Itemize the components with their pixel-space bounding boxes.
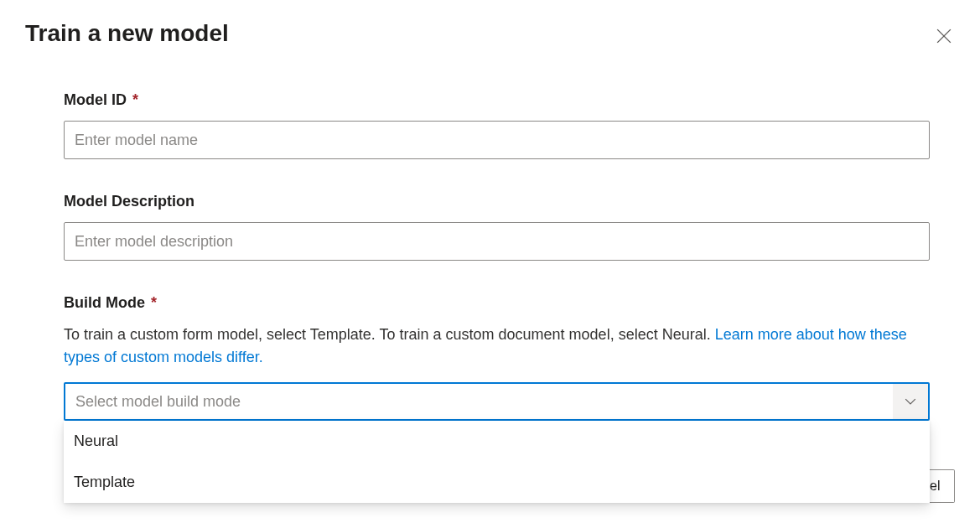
build-mode-label-text: Build Mode xyxy=(64,294,145,311)
model-description-field: Model Description xyxy=(64,193,930,261)
dropdown-option-template[interactable]: Template xyxy=(64,462,930,503)
model-description-input[interactable] xyxy=(64,222,930,261)
model-id-field: Model ID * xyxy=(64,91,930,159)
model-id-label-text: Model ID xyxy=(64,91,127,108)
build-mode-dropdown: Neural Template xyxy=(64,421,930,503)
close-button[interactable] xyxy=(933,25,955,49)
build-mode-select-wrapper: Select model build mode Neural Template xyxy=(64,382,930,421)
footer-button-partial-text: el xyxy=(930,479,940,494)
build-mode-help-text: To train a custom form model, select Tem… xyxy=(64,326,715,343)
dropdown-option-neural[interactable]: Neural xyxy=(64,421,930,462)
build-mode-help: To train a custom form model, select Tem… xyxy=(64,324,930,369)
dialog-title: Train a new model xyxy=(25,20,229,47)
form-body: Model ID * Model Description Build Mode … xyxy=(25,91,955,421)
model-id-label: Model ID * xyxy=(64,91,930,109)
build-mode-select[interactable]: Select model build mode xyxy=(64,382,930,421)
dialog-header: Train a new model xyxy=(25,20,955,49)
required-indicator: * xyxy=(132,91,138,108)
footer-button-partial[interactable]: el xyxy=(928,469,955,503)
train-model-dialog: Train a new model Model ID * Model Descr… xyxy=(0,0,980,523)
build-mode-field: Build Mode * To train a custom form mode… xyxy=(64,294,930,421)
build-mode-label: Build Mode * xyxy=(64,294,930,312)
required-indicator: * xyxy=(151,294,157,311)
select-caret-button[interactable] xyxy=(893,384,928,419)
model-id-input[interactable] xyxy=(64,121,930,159)
chevron-down-icon xyxy=(905,396,916,407)
close-icon xyxy=(936,28,951,44)
model-description-label: Model Description xyxy=(64,193,930,210)
build-mode-placeholder: Select model build mode xyxy=(75,393,241,411)
